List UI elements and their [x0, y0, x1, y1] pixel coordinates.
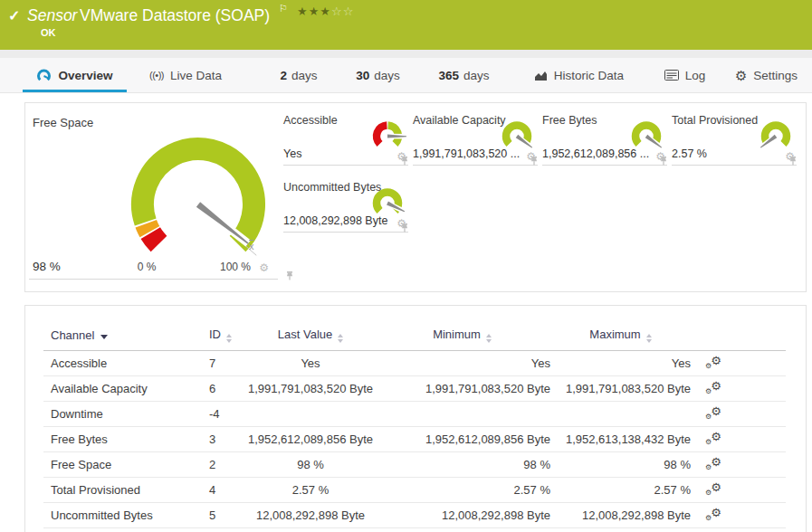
tab-label: days [374, 69, 400, 82]
sort-icons [338, 334, 343, 343]
tile-total-provisioned[interactable]: Total Provisioned2.57 %⚙ [672, 110, 797, 166]
channel-cell: Free Bytes [43, 427, 202, 452]
tile-accessible[interactable]: AccessibleYes⚙ [283, 110, 408, 166]
star-filled-icon[interactable]: ★ [309, 5, 320, 18]
filler-cell [736, 351, 786, 376]
gauge-max-label: 100 % [206, 261, 264, 273]
priority-stars[interactable]: ★★★☆☆ [297, 5, 354, 18]
tab-settings[interactable]: ⚙Settings [728, 58, 805, 92]
star-empty-icon[interactable]: ☆ [331, 5, 343, 18]
tile-actions: ⚙ [259, 262, 269, 273]
channel-settings-gear-icon[interactable]: ⚙⚙ [705, 432, 721, 445]
table-row: Free Space298 %98 %98 %⚙⚙ [43, 452, 786, 478]
id-cell: -4 [202, 402, 247, 427]
tab-days-365[interactable]: 365days [425, 58, 502, 92]
column-header-label: ID [209, 328, 221, 341]
gauge-min-label: 0 % [119, 261, 174, 273]
channel-actions-cell: ⚙⚙ [691, 376, 736, 402]
total-provisioned-label: Total Provisioned [672, 114, 758, 127]
column-header-last-value[interactable]: Last Value [247, 322, 374, 351]
channel-settings-gear-icon[interactable]: ⚙⚙ [705, 381, 721, 394]
minimum-cell: Yes [374, 351, 550, 376]
channels-table: ChannelIDLast ValueMinimumMaximum Access… [43, 322, 786, 528]
available-capacity-value: 1,991,791,083,520 ... [413, 147, 520, 160]
mean-marker: x [249, 241, 254, 252]
channel-settings-gear-icon[interactable]: ⚙⚙ [705, 356, 721, 369]
tab-label: Overview [58, 69, 112, 82]
column-header-id[interactable]: ID [202, 322, 247, 351]
maximum-cell: Yes [550, 351, 691, 376]
tab-days-30[interactable]: 30days [344, 58, 412, 92]
channel-settings-gear-icon[interactable]: ⚙⚙ [705, 508, 721, 521]
star-empty-icon[interactable]: ☆ [343, 5, 355, 18]
channel-settings-gear-icon[interactable]: ⚙⚙ [705, 406, 721, 420]
tab-historic-data[interactable]: Historic Data [522, 58, 635, 92]
channel-cell: Total Provisioned [43, 478, 202, 503]
sort-icons [226, 334, 232, 343]
filler-cell [736, 452, 786, 478]
pin-icon[interactable] [789, 157, 797, 166]
tab-label: Log [685, 69, 706, 82]
star-filled-icon[interactable]: ★ [320, 5, 331, 18]
column-header-label: Last Value [278, 328, 332, 341]
minimum-cell: 2.57 % [374, 478, 550, 503]
object-kind-label: Sensor [27, 6, 77, 25]
star-filled-icon[interactable]: ★ [297, 5, 309, 18]
column-header-channel[interactable]: Channel [43, 322, 202, 351]
filler-cell [736, 402, 786, 427]
status-badge: OK [41, 27, 56, 38]
tab-label: days [291, 69, 318, 82]
channel-actions-cell: ⚙⚙ [691, 351, 736, 376]
tab-log[interactable]: Log [655, 58, 714, 92]
column-header-maximum[interactable]: Maximum [550, 322, 691, 351]
minimum-cell: 1,952,612,089,856 Byte [374, 427, 550, 452]
flag-icon[interactable]: ⚐ [279, 3, 288, 14]
tab-live-data[interactable]: ((•))Live Data [136, 58, 235, 92]
column-header-minimum[interactable]: Minimum [374, 322, 550, 351]
channel-settings-gear-icon[interactable]: ⚙⚙ [705, 457, 721, 470]
tab-overview[interactable]: Overview [23, 58, 127, 92]
id-cell: 4 [202, 478, 247, 503]
free-space-tile[interactable]: Free Space 0 % 100 % 98 % x ⚙ [29, 107, 278, 280]
column-header-actions [691, 322, 736, 351]
table-row: Available Capacity61,991,791,083,520 Byt… [43, 376, 786, 402]
tile-free-bytes[interactable]: Free Bytes1,952,612,089,856 ...⚙ [542, 110, 667, 166]
pin-icon[interactable] [660, 157, 667, 166]
channel-actions-cell: ⚙⚙ [691, 402, 736, 427]
maximum-cell [550, 402, 691, 427]
filler-cell [736, 478, 786, 503]
live-icon: ((•)) [149, 70, 164, 81]
channel-settings-gear-icon[interactable]: ⚙⚙ [705, 482, 721, 496]
gauge-settings-gear-icon[interactable]: ⚙ [259, 262, 269, 273]
tile-actions: ⚙ [396, 218, 406, 229]
tab-days-2[interactable]: 2days [267, 58, 330, 92]
tab-number: 30 [356, 69, 369, 82]
channels-table-panel: ChannelIDLast ValueMinimumMaximum Access… [24, 305, 807, 532]
total-provisioned-value: 2.57 % [672, 147, 707, 160]
pin-icon[interactable] [286, 271, 293, 280]
uncommitted-bytes-value: 12,008,292,898 Byte [283, 214, 387, 227]
available-capacity-label: Available Capacity [413, 114, 506, 127]
tab-label: Live Data [170, 69, 222, 82]
id-cell: 5 [202, 503, 247, 528]
tile-actions: ⚙ [396, 151, 406, 162]
sensor-title: VMware Datastore (SOAP) [80, 6, 270, 25]
minimum-cell: 98 % [374, 452, 550, 478]
channel-actions-cell: ⚙⚙ [691, 503, 736, 528]
free-space-value: 98 % [33, 260, 61, 273]
gauge-icon [36, 69, 52, 82]
pin-icon[interactable] [530, 157, 538, 166]
tab-label: Historic Data [554, 69, 624, 82]
accessible-value: Yes [283, 147, 301, 160]
maximum-cell: 2.57 % [550, 478, 691, 503]
tile-actions: ⚙ [655, 151, 665, 162]
pin-icon[interactable] [401, 157, 408, 166]
tile-available-capacity[interactable]: Available Capacity1,991,791,083,520 ...⚙ [413, 110, 538, 166]
last-value-cell: 12,008,292,898 Byte [247, 503, 374, 528]
pin-icon[interactable] [401, 223, 408, 233]
last-value-cell [247, 402, 374, 427]
id-cell: 3 [202, 427, 247, 452]
id-cell: 7 [202, 351, 247, 376]
ok-check-icon: ✓ [8, 7, 20, 24]
tile-uncommitted-bytes[interactable]: Uncommitted Bytes12,008,292,898 Byte⚙ [283, 177, 408, 233]
